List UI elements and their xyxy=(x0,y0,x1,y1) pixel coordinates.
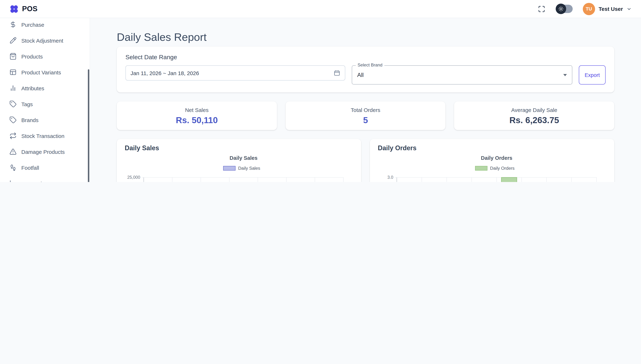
date-range-label: Select Date Range xyxy=(125,54,605,61)
sidebar-item-purchase[interactable]: Purchase xyxy=(0,18,90,32)
charts-row: Daily Sales Daily SalesDaily Sales05,000… xyxy=(117,139,614,182)
chart-column-icon xyxy=(10,180,17,182)
sidebar-scrollbar-thumb[interactable] xyxy=(88,69,89,182)
sidebar: Purchase Stock Adjustment Products Produ… xyxy=(0,18,90,182)
brand-select-value: All xyxy=(357,72,364,78)
alert-triangle-icon xyxy=(10,148,17,155)
date-range-value: Jan 11, 2026 ~ Jan 18, 2026 xyxy=(130,70,334,76)
stat-card-total-orders: Total Orders 5 xyxy=(285,102,446,130)
tag-icon xyxy=(10,100,17,108)
table-icon xyxy=(10,68,17,76)
fullscreen-icon xyxy=(538,5,545,12)
daily-orders-chart: Daily OrdersDaily Orders00.51.01.52.02.5… xyxy=(375,153,609,182)
user-menu[interactable]: TU Test User xyxy=(583,3,631,15)
brand-select[interactable]: Select Brand All xyxy=(352,65,572,84)
brand-select-label: Select Brand xyxy=(356,62,384,68)
pos-logo-icon xyxy=(10,4,19,14)
stat-value: Rs. 6,263.75 xyxy=(454,115,614,125)
sidebar-item-damage-products[interactable]: Damage Products xyxy=(0,144,90,160)
svg-text:Daily Orders: Daily Orders xyxy=(490,166,514,170)
footprints-icon xyxy=(10,164,17,171)
sidebar-item-label: Stock Adjustment xyxy=(21,38,63,44)
daily-orders-card-title: Daily Orders xyxy=(375,144,609,152)
sidebar-item-label: Products xyxy=(21,53,43,60)
pencil-icon xyxy=(10,37,17,44)
sidebar-item-label: Damage Products xyxy=(21,148,65,155)
export-button[interactable]: Export xyxy=(579,65,605,84)
sidebar-item-stock-adjustment[interactable]: Stock Adjustment xyxy=(0,32,90,48)
layout: Purchase Stock Adjustment Products Produ… xyxy=(0,0,641,182)
stat-label: Total Orders xyxy=(285,107,446,113)
sidebar-item-products[interactable]: Products xyxy=(0,48,90,64)
sidebar-item-brands[interactable]: Brands xyxy=(0,112,90,128)
sidebar-item-tags[interactable]: Tags xyxy=(0,96,90,112)
sun-icon xyxy=(558,6,563,12)
brand-tag-icon xyxy=(10,116,17,124)
user-name: Test User xyxy=(598,6,623,12)
sidebar-item-footfall[interactable]: Footfall xyxy=(0,160,90,176)
topbar: POS TU Test User xyxy=(0,0,641,18)
svg-text:25,000: 25,000 xyxy=(127,175,140,180)
theme-toggle-knob xyxy=(555,4,566,14)
stat-card-net-sales: Net Sales Rs. 50,110 xyxy=(117,102,277,130)
brand-name: POS xyxy=(22,5,38,13)
daily-sales-card-title: Daily Sales xyxy=(122,144,356,152)
page-title: Daily Sales Report xyxy=(117,31,614,44)
sidebar-item-categories[interactable]: Categories xyxy=(0,176,90,182)
chevron-down-icon xyxy=(626,6,631,12)
sidebar-nav: Purchase Stock Adjustment Products Produ… xyxy=(0,18,90,182)
avatar: TU xyxy=(583,3,595,15)
dollar-icon xyxy=(10,21,17,28)
sidebar-item-attributes[interactable]: Attributes xyxy=(0,80,90,96)
stat-value: Rs. 50,110 xyxy=(117,115,277,125)
sidebar-item-label: Purchase xyxy=(21,22,44,28)
fullscreen-button[interactable] xyxy=(537,4,546,13)
filter-row: Jan 11, 2026 ~ Jan 18, 2026 Select Brand… xyxy=(125,65,605,84)
sidebar-item-label: Stock Transaction xyxy=(21,133,64,139)
svg-text:Daily Sales: Daily Sales xyxy=(238,166,260,170)
select-caret-icon xyxy=(563,74,567,76)
repeat-arrows-icon xyxy=(10,132,17,140)
sidebar-item-label: Brands xyxy=(21,117,39,123)
sidebar-item-product-variants[interactable]: Product Variants xyxy=(0,64,90,80)
svg-text:3.0: 3.0 xyxy=(387,175,393,180)
main-content: Daily Sales Report Select Date Range Jan… xyxy=(90,18,641,182)
filter-card: Select Date Range Jan 11, 2026 ~ Jan 18,… xyxy=(117,46,614,92)
daily-sales-chart: Daily SalesDaily Sales05,00010,00015,000… xyxy=(122,153,356,182)
sidebar-item-label: Categories xyxy=(21,180,48,182)
sidebar-item-label: Footfall xyxy=(21,164,39,170)
brand: POS xyxy=(10,4,38,14)
date-range-input[interactable]: Jan 11, 2026 ~ Jan 18, 2026 xyxy=(125,65,345,80)
sidebar-item-label: Product Variants xyxy=(21,69,61,75)
app-root: POS TU Test User xyxy=(0,0,641,182)
calendar-icon xyxy=(334,70,340,76)
stat-label: Average Daily Sale xyxy=(454,107,614,113)
stat-value: 5 xyxy=(285,115,446,125)
topbar-actions: TU Test User xyxy=(537,3,631,15)
sidebar-item-label: Attributes xyxy=(21,85,44,91)
theme-toggle[interactable] xyxy=(556,5,572,13)
stat-card-average-daily-sale: Average Daily Sale Rs. 6,263.75 xyxy=(454,102,614,130)
svg-text:Daily Sales: Daily Sales xyxy=(230,155,258,161)
sidebar-item-label: Tags xyxy=(21,101,33,107)
bar-chart-icon xyxy=(10,84,17,92)
svg-text:Daily Orders: Daily Orders xyxy=(481,155,512,161)
shopping-bag-icon xyxy=(10,53,17,60)
daily-orders-card: Daily Orders Daily OrdersDaily Orders00.… xyxy=(370,139,614,182)
daily-sales-card: Daily Sales Daily SalesDaily Sales05,000… xyxy=(117,139,361,182)
sidebar-item-stock-transaction[interactable]: Stock Transaction xyxy=(0,128,90,144)
stats-row: Net Sales Rs. 50,110 Total Orders 5 Aver… xyxy=(117,102,614,130)
stat-label: Net Sales xyxy=(117,107,277,113)
